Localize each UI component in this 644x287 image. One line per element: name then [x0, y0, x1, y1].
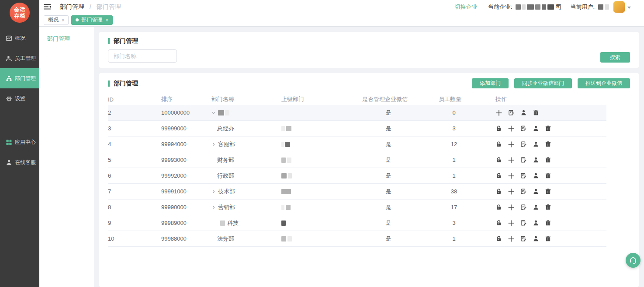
- user-icon[interactable]: [533, 220, 539, 226]
- headset-icon: [629, 256, 637, 265]
- department-name-text: 总经办: [217, 125, 234, 133]
- redacted-block: [287, 236, 292, 242]
- plus-icon[interactable]: [508, 220, 515, 227]
- push-to-wecom-button[interactable]: 推送到企业微信: [578, 78, 630, 88]
- edit-icon[interactable]: [520, 141, 527, 147]
- tree-expand-icon[interactable]: [211, 142, 218, 147]
- current-user-redacted: [598, 4, 609, 10]
- user-icon[interactable]: [533, 235, 539, 242]
- cell-id: 7: [108, 188, 161, 195]
- plus-icon[interactable]: [508, 188, 515, 195]
- edit-icon[interactable]: [520, 235, 527, 242]
- user-icon[interactable]: [533, 157, 539, 163]
- sidebar-item-apps[interactable]: 应用中心: [0, 132, 39, 152]
- cell-actions: [495, 188, 606, 195]
- lock-icon[interactable]: [495, 157, 502, 163]
- lock-icon[interactable]: [495, 125, 502, 132]
- sidebar-item-service[interactable]: 在线客服: [0, 152, 39, 172]
- user-icon[interactable]: [533, 141, 539, 147]
- table-row: 9 99989000 科技 是 3: [108, 215, 606, 231]
- redacted-block: [547, 4, 554, 10]
- trash-icon[interactable]: [545, 125, 551, 132]
- table-row: 6 99992000 行政部 是 1: [108, 168, 606, 184]
- sidebar-item-chart[interactable]: 概况: [0, 28, 39, 48]
- service-icon: [6, 159, 12, 166]
- lock-icon[interactable]: [495, 220, 502, 226]
- cell-sort: 99992000: [161, 172, 211, 179]
- title-accent-bar: [108, 80, 110, 87]
- trash-icon[interactable]: [545, 172, 551, 179]
- col-id: ID: [108, 96, 161, 103]
- trash-icon[interactable]: [545, 141, 551, 147]
- trash-icon[interactable]: [545, 220, 551, 226]
- department-name-text: 科技: [227, 219, 239, 227]
- trash-icon[interactable]: [545, 235, 551, 242]
- tab-概况[interactable]: 概况 ×: [44, 15, 69, 25]
- search-button[interactable]: 搜索: [600, 52, 630, 63]
- edit-icon[interactable]: [520, 220, 527, 226]
- user-icon[interactable]: [533, 125, 539, 132]
- sync-wecom-departments-button[interactable]: 同步企业微信部门: [514, 78, 572, 88]
- plus-icon[interactable]: [508, 204, 515, 211]
- user-menu-caret-icon[interactable]: [627, 7, 631, 9]
- sidebar-item-org[interactable]: 部门管理: [0, 68, 39, 88]
- user-avatar[interactable]: [613, 1, 625, 13]
- tree-expand-icon[interactable]: [211, 189, 218, 194]
- online-service-float-button[interactable]: [626, 253, 641, 268]
- cell-department-name: 科技: [211, 219, 275, 227]
- table-header-row: ID 排序 部门名称 上级部门 是否管理企业微信 员工数量 操作: [108, 94, 606, 105]
- trash-icon[interactable]: [533, 109, 539, 116]
- switch-company-link[interactable]: 切换企业: [455, 3, 478, 11]
- user-icon[interactable]: [533, 204, 539, 210]
- edit-icon[interactable]: [520, 172, 527, 179]
- sidebar-item-gear[interactable]: 设置: [0, 88, 39, 108]
- lock-icon[interactable]: [495, 235, 502, 242]
- plus-icon[interactable]: [508, 172, 515, 179]
- lock-icon[interactable]: [495, 204, 502, 210]
- plus-icon[interactable]: [508, 141, 515, 148]
- cell-parent-department: [275, 142, 362, 147]
- lock-icon[interactable]: [495, 188, 502, 195]
- redacted-block: [527, 4, 534, 10]
- cell-department-name: 客服部: [211, 140, 275, 148]
- submenu-item-department[interactable]: 部门管理: [39, 31, 94, 47]
- add-department-button[interactable]: 添加部门: [472, 78, 509, 88]
- tab-部门管理[interactable]: 部门管理 ×: [71, 15, 112, 25]
- user-icon[interactable]: [533, 172, 539, 179]
- edit-icon[interactable]: [520, 125, 527, 132]
- trash-icon[interactable]: [545, 157, 551, 163]
- close-tab-icon[interactable]: ×: [105, 18, 108, 23]
- cell-department-name: 财务部: [211, 156, 275, 164]
- col-name: 部门名称: [211, 95, 275, 103]
- cell-department-name: 行政部: [211, 172, 275, 180]
- edit-icon[interactable]: [520, 188, 527, 195]
- table-row: 8 99990000 营销部 是 17: [108, 200, 606, 215]
- plus-icon[interactable]: [508, 157, 515, 164]
- lock-icon[interactable]: [495, 172, 502, 179]
- trash-icon[interactable]: [545, 204, 551, 210]
- plus-icon[interactable]: [495, 109, 502, 116]
- cell-department-name: 总经办: [211, 125, 275, 133]
- cell-employee-count: 1: [439, 157, 469, 163]
- edit-icon[interactable]: [508, 109, 515, 116]
- edit-icon[interactable]: [520, 157, 527, 163]
- redacted-block: [281, 142, 284, 147]
- department-name-input[interactable]: [108, 49, 177, 63]
- tree-collapse-icon[interactable]: [211, 111, 218, 115]
- trash-icon[interactable]: [545, 188, 551, 195]
- plus-icon[interactable]: [508, 235, 515, 242]
- collapse-menu-icon[interactable]: [44, 4, 51, 10]
- breadcrumb-root[interactable]: 部门管理: [60, 3, 84, 10]
- cell-id: 6: [108, 172, 161, 179]
- user-icon[interactable]: [520, 109, 527, 116]
- sidebar-item-label: 设置: [15, 95, 25, 102]
- user-icon[interactable]: [533, 188, 539, 195]
- sidebar-item-employees[interactable]: 员工管理: [0, 48, 39, 68]
- lock-icon[interactable]: [495, 141, 502, 147]
- redacted-block: [281, 158, 286, 163]
- plus-icon[interactable]: [508, 125, 515, 132]
- close-tab-icon[interactable]: ×: [62, 18, 64, 23]
- cell-parent-department: [275, 236, 362, 242]
- tree-expand-icon[interactable]: [211, 205, 218, 210]
- edit-icon[interactable]: [520, 204, 527, 210]
